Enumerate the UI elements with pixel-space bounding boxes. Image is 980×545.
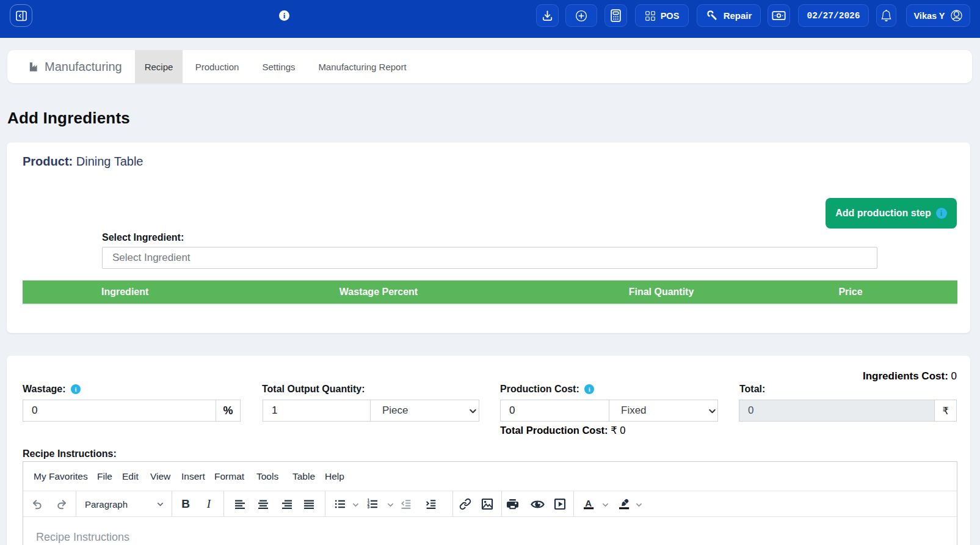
svg-text:3: 3 xyxy=(367,505,369,509)
svg-text:A: A xyxy=(585,498,592,508)
